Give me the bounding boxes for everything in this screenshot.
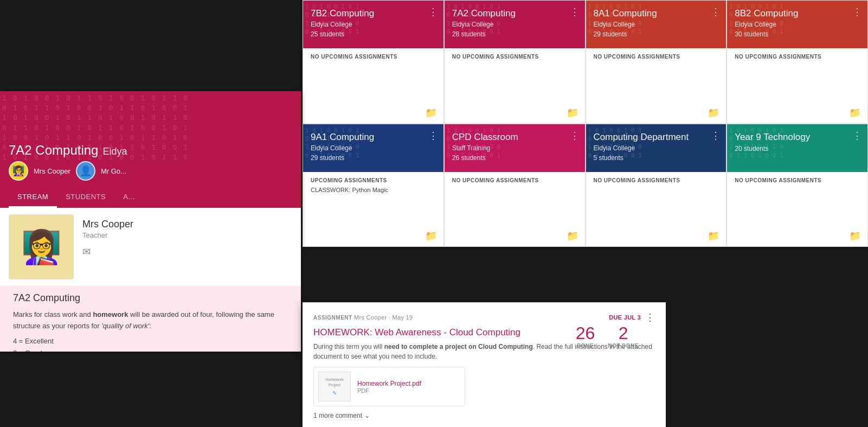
more-comments[interactable]: 1 more comment ⌄	[313, 412, 655, 419]
card-students-y9tech: 20 students	[735, 145, 860, 152]
folder-icon-9a1[interactable]: 📁	[425, 230, 437, 242]
card-body-8b2: NO UPCOMING ASSIGNMENTS	[727, 48, 867, 104]
teacher-name-cooper: Mrs Cooper	[34, 167, 70, 175]
no-upcoming-label: NO UPCOMING ASSIGNMENTS	[594, 54, 719, 60]
card-header-9a1: 1 0 1 0 0 1 0 10 1 0 1 1 0 1 01 0 0 1 0 …	[303, 124, 443, 172]
more-comments-text: 1 more comment	[313, 412, 362, 419]
nav-students[interactable]: STUDENTS	[57, 186, 114, 208]
card-school-7a2: Eidyia College	[452, 21, 577, 28]
attachment-thumbnail: HomeworkProject ✎	[318, 372, 351, 401]
card-body-y9tech: NO UPCOMING ASSIGNMENTS	[727, 172, 867, 227]
detail-header: 1 0 1 0 0 1 0 1 1 0 1 0 0 1 0 1 1 0 0 1 …	[0, 91, 301, 186]
card-title-cpd: CPD Classroom	[452, 132, 577, 143]
teacher-card-section: 👩‍🏫 Mrs Cooper Teacher ✉	[0, 208, 301, 286]
scale-3: 3 = Good	[13, 347, 288, 352]
detail-header-content: 7A2 Computing Eidya 👩‍🏫 Mrs Cooper 👤 Mr …	[0, 143, 301, 186]
card-header-7a2: 1 0 1 0 0 1 0 10 1 0 1 1 0 1 01 0 0 1 0 …	[445, 1, 585, 48]
class-card-8a1[interactable]: 1 0 1 0 0 1 0 10 1 0 1 1 0 1 01 0 0 1 0 …	[586, 0, 727, 124]
done-count: 26	[576, 324, 595, 342]
card-school-9a1: Eidyia College	[311, 144, 436, 152]
notdone-count: 2	[608, 324, 639, 342]
card-footer-compd: 📁	[586, 227, 726, 246]
card-title-8a1: 8A1 Computing	[594, 8, 719, 19]
card-footer-cpd: 📁	[445, 227, 585, 246]
card-title-7b2: 7B2 Computing	[311, 8, 436, 19]
teacher-name-go: Mr Go...	[101, 167, 126, 175]
teacher-big-avatar: 👩‍🏫	[9, 214, 74, 279]
assignment-meta-right: DUE JUL 3 ⋮	[609, 311, 655, 323]
teacher-info-block: Mrs Cooper Teacher ✉	[82, 214, 292, 258]
card-school-8b2: Eidyia College	[735, 21, 860, 28]
card-body-cpd: NO UPCOMING ASSIGNMENTS	[445, 172, 585, 227]
due-label: DUE JUL 3	[609, 314, 641, 321]
detail-nav: STREAM STUDENTS A...	[0, 186, 301, 208]
detail-body: 👩‍🏫 Mrs Cooper Teacher ✉ 7A2 Computing M…	[0, 208, 301, 352]
no-upcoming-label: NO UPCOMING ASSIGNMENTS	[311, 54, 436, 60]
teacher-email-icon[interactable]: ✉	[82, 246, 292, 258]
teacher-avatar-go[interactable]: 👤	[76, 161, 95, 181]
attachment-filetype: PDF	[357, 387, 421, 394]
teacher-avatar-cooper[interactable]: 👩‍🏫	[9, 161, 28, 181]
class-card-8b2[interactable]: 1 0 1 0 0 1 0 10 1 0 1 1 0 1 01 0 0 1 0 …	[726, 0, 868, 124]
folder-icon-8a1[interactable]: 📁	[708, 107, 719, 119]
assignment-item: CLASSWORK: Python Magic	[311, 187, 436, 193]
card-students-cpd: 26 students	[452, 154, 577, 162]
stat-done: 26 DONE	[576, 324, 595, 349]
no-upcoming-label: NO UPCOMING ASSIGNMENTS	[594, 177, 719, 183]
folder-icon-compd[interactable]: 📁	[708, 230, 719, 242]
card-title-y9tech: Year 9 Technology	[735, 132, 860, 143]
card-school-8a1: Eidyia College	[594, 21, 719, 28]
card-title-7a2: 7A2 Computing	[452, 8, 577, 19]
class-card-7a2[interactable]: 1 0 1 0 0 1 0 10 1 0 1 1 0 1 01 0 0 1 0 …	[444, 0, 586, 124]
attachment-row[interactable]: HomeworkProject ✎ Homework Project.pdf P…	[313, 367, 465, 406]
card-footer-8b2: 📁	[727, 104, 867, 123]
card-title-9a1: 9A1 Computing	[311, 132, 436, 143]
assignment-meta-left: ASSIGNMENT Mrs Cooper · May 19	[313, 314, 413, 321]
upcoming-label: UPCOMING ASSIGNMENTS	[311, 177, 436, 183]
card-footer-y9tech: 📁	[727, 227, 867, 246]
nav-assignments[interactable]: A...	[114, 186, 144, 208]
folder-icon-8b2[interactable]: 📁	[849, 107, 861, 119]
card-students-8a1: 29 students	[594, 30, 719, 38]
classroom-grid: 1 0 1 0 0 1 0 10 1 0 1 1 0 1 01 0 0 1 0 …	[303, 0, 868, 247]
folder-icon-cpd[interactable]: 📁	[567, 230, 578, 242]
attachment-filename: Homework Project.pdf	[357, 380, 421, 387]
card-school-compd: Eidyia College	[594, 144, 719, 152]
class-info-body: Marks for class work and homework will b…	[13, 309, 288, 332]
class-card-9a1[interactable]: 1 0 1 0 0 1 0 10 1 0 1 1 0 1 01 0 0 1 0 …	[303, 124, 444, 247]
card-students-7b2: 25 students	[311, 30, 436, 38]
no-upcoming-label: NO UPCOMING ASSIGNMENTS	[452, 54, 577, 60]
assignment-type-label: ASSIGNMENT	[313, 315, 352, 321]
assignment-meta: ASSIGNMENT Mrs Cooper · May 19 DUE JUL 3…	[313, 311, 655, 323]
nav-stream[interactable]: STREAM	[9, 186, 57, 208]
class-card-compd[interactable]: 1 0 1 0 0 1 0 10 1 0 1 1 0 1 01 0 0 1 0 …	[586, 124, 727, 247]
card-header-cpd: 1 0 1 0 0 1 0 10 1 0 1 1 0 1 01 0 0 1 0 …	[445, 124, 585, 172]
folder-icon-7a2[interactable]: 📁	[567, 107, 578, 119]
detail-teachers: 👩‍🏫 Mrs Cooper 👤 Mr Go...	[9, 161, 292, 181]
assignment-card: ASSIGNMENT Mrs Cooper · May 19 DUE JUL 3…	[303, 302, 666, 427]
assignment-author-date: Mrs Cooper · May 19	[354, 314, 413, 321]
folder-icon-7b2[interactable]: 📁	[425, 107, 437, 119]
detail-school: Eidya	[102, 146, 127, 157]
card-body-7b2: NO UPCOMING ASSIGNMENTS	[303, 48, 443, 104]
class-card-7b2[interactable]: 1 0 1 0 0 1 0 10 1 0 1 1 0 1 01 0 0 1 0 …	[303, 0, 444, 124]
card-body-8a1: NO UPCOMING ASSIGNMENTS	[586, 48, 726, 104]
class-card-y9tech[interactable]: 1 0 1 0 0 1 0 10 1 0 1 1 0 1 01 0 0 1 0 …	[726, 124, 868, 247]
card-school-7b2: Eidyia College	[311, 21, 436, 28]
card-title-8b2: 8B2 Computing	[735, 8, 860, 19]
folder-icon-y9tech[interactable]: 📁	[849, 230, 861, 242]
class-info-title: 7A2 Computing	[13, 292, 288, 304]
assignment-more-icon[interactable]: ⋮	[645, 311, 655, 323]
card-students-8b2: 30 students	[735, 30, 860, 38]
card-footer-9a1: 📁	[303, 227, 443, 246]
stat-notdone: 2 NOT DONE	[608, 324, 639, 349]
teacher-info-name: Mrs Cooper	[82, 219, 292, 230]
class-detail-panel: 1 0 1 0 0 1 0 1 1 0 1 0 0 1 0 1 1 0 0 1 …	[0, 91, 301, 352]
teacher-info-role: Teacher	[82, 231, 292, 239]
class-info-section: 7A2 Computing Marks for class work and h…	[0, 286, 301, 352]
card-body-compd: NO UPCOMING ASSIGNMENTS	[586, 172, 726, 227]
card-header-8b2: 1 0 1 0 0 1 0 10 1 0 1 1 0 1 01 0 0 1 0 …	[727, 1, 867, 48]
card-header-7b2: 1 0 1 0 0 1 0 10 1 0 1 1 0 1 01 0 0 1 0 …	[303, 1, 443, 48]
class-card-cpd[interactable]: 1 0 1 0 0 1 0 10 1 0 1 1 0 1 01 0 0 1 0 …	[444, 124, 586, 247]
card-header-y9tech: 1 0 1 0 0 1 0 10 1 0 1 1 0 1 01 0 0 1 0 …	[727, 124, 867, 172]
